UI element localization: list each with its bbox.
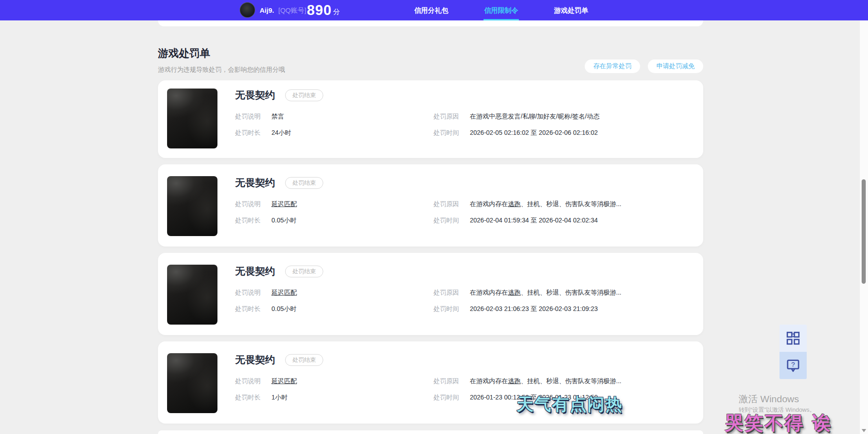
penalty-time-value: 2026-01-23 00:12:50 至 2026-01-23 01:12:5… [470,394,598,401]
penalty-reason-value: 在游戏内存在逃跑、挂机、秒退、伤害队友等消极游... [470,377,621,385]
penalty-desc-row: 处罚说明延迟匹配 [235,377,434,385]
abnormal-penalty-button[interactable]: 存在异常处罚 [585,59,640,73]
penalty-card: 无畏契约 处罚结束 处罚说明延迟匹配 处罚原因在游戏内存在逃跑、挂机、秒退、伤害… [158,341,703,424]
penalty-card: 无畏契约 处罚结束 处罚说明禁言 处罚原因在游戏中恶意发言/私聊/加好友/昵称/… [158,80,703,158]
penalty-desc-value: 禁言 [271,113,284,120]
penalty-desc-label: 处罚说明 [235,112,271,120]
game-thumbnail[interactable] [167,89,217,148]
penalty-time-row: 处罚时间2026-02-04 01:59:34 至 2026-02-04 02:… [434,216,692,224]
penalty-card-list: 无畏契约 处罚结束 处罚说明禁言 处罚原因在游戏中恶意发言/私聊/加好友/昵称/… [158,80,703,424]
page-actions: 存在异常处罚 申请处罚减免 [585,59,703,73]
penalty-duration-value: 0.05小时 [271,305,296,312]
previous-card-bottom-edge [158,20,703,26]
penalty-time-label: 处罚时间 [434,216,470,224]
penalty-duration-value: 0.05小时 [271,217,296,224]
penalty-reason-row: 处罚原因在游戏内存在逃跑、挂机、秒退、伤害队友等消极游... [434,288,692,296]
penalty-reason-label: 处罚原因 [434,200,470,208]
penalty-duration-row: 处罚时长0.05小时 [235,216,434,224]
game-title: 无畏契约 [235,265,275,278]
penalty-reason-value: 在游戏中恶意发言/私聊/加好友/昵称/签名/动态 [470,113,599,120]
penalty-card: 无畏契约 处罚结束 处罚说明延迟匹配 处罚原因在游戏内存在逃跑、挂机、秒退、伤害… [158,164,703,247]
penalty-duration-value: 1小时 [271,394,288,401]
penalty-reason-value: 在游戏内存在逃跑、挂机、秒退、伤害队友等消极游... [470,200,621,207]
penalty-reason-label: 处罚原因 [434,288,470,296]
reason-link[interactable]: 逃跑 [508,289,521,296]
penalty-status-badge: 处罚结束 [285,89,323,101]
reason-text-tail: 、挂机、秒退、伤害队友等消极游... [521,289,621,296]
penalty-time-value: 2026-02-03 21:06:23 至 2026-02-03 21:09:2… [470,305,598,312]
question-bubble-icon: ? [785,358,801,373]
credit-score-unit: 分 [333,8,340,16]
page-title: 游戏处罚单 [158,47,703,59]
penalty-time-label: 处罚时间 [434,305,470,313]
user-name: Aij9. [260,0,274,20]
watermark-mood-text: 哭笑不得 诶 [725,411,832,434]
penalty-relief-button[interactable]: 申请处罚减免 [648,59,703,73]
reason-text-tail: 、挂机、秒退、伤害队友等消极游... [521,377,621,385]
game-title: 无畏契约 [235,89,275,102]
penalty-time-row: 处罚时间2026-01-23 00:12:50 至 2026-01-23 01:… [434,393,692,401]
penalty-reason-row: 处罚原因在游戏中恶意发言/私聊/加好友/昵称/签名/动态 [434,112,692,120]
credit-score-value: 890 [307,2,332,19]
next-card-top-edge [158,430,703,434]
credit-score: 890 分 [307,0,340,20]
penalty-duration-label: 处罚时长 [235,305,271,313]
penalty-time-row: 处罚时间2026-02-03 21:06:23 至 2026-02-03 21:… [434,305,692,313]
penalty-status-badge: 处罚结束 [285,354,323,366]
penalty-card-body: 无畏契约 处罚结束 处罚说明延迟匹配 处罚原因在游戏内存在逃跑、挂机、秒退、伤害… [217,176,692,224]
game-thumbnail[interactable] [167,176,217,236]
penalty-time-row: 处罚时间2026-02-05 02:16:02 至 2026-02-06 02:… [434,128,692,137]
reason-link[interactable]: 逃跑 [508,377,521,385]
penalty-status-badge: 处罚结束 [285,177,323,189]
penalty-card-body: 无畏契约 处罚结束 处罚说明延迟匹配 处罚原因在游戏内存在逃跑、挂机、秒退、伤害… [217,265,692,313]
reason-text-tail: 、挂机、秒退、伤害队友等消极游... [521,200,621,207]
penalty-duration-label: 处罚时长 [235,216,271,224]
qr-code-button[interactable] [779,325,807,352]
penalty-duration-row: 处罚时长1小时 [235,393,434,401]
windows-activation-notice: 激活 Windows 转到“设置”以激活 Windows。 [739,393,815,414]
account-type-label: [QQ账号] [278,0,306,20]
game-thumbnail[interactable] [167,353,217,413]
game-thumbnail[interactable] [167,265,217,325]
svg-text:?: ? [791,361,795,368]
tab-credit-gift[interactable]: 信用分礼包 [411,0,452,20]
qr-code-icon [785,330,801,346]
penalty-desc-label: 处罚说明 [235,200,271,208]
reason-text: 在游戏内存在 [470,289,508,296]
penalty-desc-label: 处罚说明 [235,288,271,296]
penalty-reason-label: 处罚原因 [434,112,470,120]
tab-game-penalty[interactable]: 游戏处罚单 [551,0,592,20]
penalty-desc-value[interactable]: 延迟匹配 [271,377,297,385]
reason-text: 在游戏内存在 [470,200,508,207]
scrollbar-thumb[interactable] [862,179,866,284]
penalty-duration-row: 处罚时长0.05小时 [235,305,434,313]
reason-text: 在游戏中恶意发言/私聊/加好友/昵称/签名/动态 [470,113,599,120]
user-avatar[interactable] [240,2,255,18]
penalty-reason-value: 在游戏内存在逃跑、挂机、秒退、伤害队友等消极游... [470,289,621,296]
reason-link[interactable]: 逃跑 [508,200,521,207]
penalty-duration-label: 处罚时长 [235,128,271,137]
penalty-duration-value: 24小时 [271,129,291,136]
page-header: 游戏处罚单 游戏行为违规导致处罚，会影响您的信用分哦 存在异常处罚 申请处罚减免 [158,47,703,74]
penalty-time-value: 2026-02-05 02:16:02 至 2026-02-06 02:16:0… [470,129,598,136]
tab-credit-restriction[interactable]: 信用限制令 [481,0,522,20]
penalty-desc-value[interactable]: 延迟匹配 [271,200,297,207]
floating-side-widget: ? [779,325,807,379]
penalty-duration-label: 处罚时长 [235,393,271,401]
penalty-card-body: 无畏契约 处罚结束 处罚说明延迟匹配 处罚原因在游戏内存在逃跑、挂机、秒退、伤害… [217,353,692,401]
reason-text: 在游戏内存在 [470,377,508,385]
main-content: 游戏处罚单 游戏行为违规导致处罚，会影响您的信用分哦 存在异常处罚 申请处罚减免… [158,20,703,434]
penalty-time-label: 处罚时间 [434,393,470,401]
penalty-desc-row: 处罚说明延迟匹配 [235,200,434,208]
penalty-reason-label: 处罚原因 [434,377,470,385]
penalty-time-label: 处罚时间 [434,128,470,137]
activation-subtitle: 转到“设置”以激活 Windows。 [739,406,815,414]
help-button[interactable]: ? [779,352,807,379]
game-title: 无畏契约 [235,353,275,367]
penalty-card: 无畏契约 处罚结束 处罚说明延迟匹配 处罚原因在游戏内存在逃跑、挂机、秒退、伤害… [158,253,703,335]
scrollbar-down-arrow-icon[interactable] [862,429,866,432]
penalty-card-body: 无畏契约 处罚结束 处罚说明禁言 处罚原因在游戏中恶意发言/私聊/加好友/昵称/… [217,89,692,137]
penalty-desc-value[interactable]: 延迟匹配 [271,289,297,296]
vertical-scrollbar[interactable] [860,20,868,434]
penalty-reason-row: 处罚原因在游戏内存在逃跑、挂机、秒退、伤害队友等消极游... [434,377,692,385]
